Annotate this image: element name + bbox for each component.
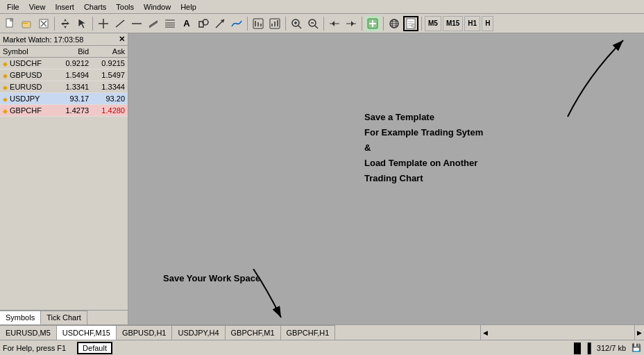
left-tab-symbols[interactable]: Symbols bbox=[0, 311, 41, 324]
channel-btn[interactable] bbox=[146, 16, 161, 31]
svg-marker-2 bbox=[10, 19, 12, 21]
fib-btn[interactable] bbox=[162, 16, 178, 31]
market-watch-empty bbox=[0, 117, 128, 310]
zoom-out-btn[interactable] bbox=[305, 16, 321, 31]
svg-marker-8 bbox=[61, 19, 69, 28]
table-row: ◆ USDCHF0.92120.9215 bbox=[0, 58, 128, 69]
size-text: 312/7 kb bbox=[597, 344, 626, 352]
sep3 bbox=[247, 17, 248, 31]
svg-line-12 bbox=[116, 20, 124, 27]
diamond-icon: ◆ bbox=[3, 72, 8, 79]
market-watch-close[interactable]: ✕ bbox=[119, 35, 125, 44]
help-text: For Help, press F1 bbox=[3, 344, 66, 352]
text-btn[interactable]: A bbox=[179, 16, 194, 31]
chart-tab-usdchf-m15[interactable]: USDCHF,M15 bbox=[57, 325, 117, 340]
symbol-cell: ◆ USDCHF bbox=[0, 58, 56, 69]
tab-scroll-right[interactable]: ▶ bbox=[634, 325, 644, 340]
dash-btn[interactable] bbox=[129, 16, 144, 31]
svg-marker-40 bbox=[332, 21, 334, 26]
cursor-btn[interactable] bbox=[74, 16, 90, 31]
toolbar: A M5 M15 H1 H bbox=[0, 14, 644, 33]
globe-btn[interactable] bbox=[387, 16, 402, 31]
annotation-line3: & bbox=[364, 140, 483, 156]
arrow-btn[interactable] bbox=[212, 16, 228, 31]
menu-charts[interactable]: Charts bbox=[80, 1, 110, 13]
symbol-cell: ◆ USDJPY bbox=[0, 93, 56, 105]
chart-tab-gbpchf-h1[interactable]: GBPCHF,H1 bbox=[281, 325, 336, 340]
col-ask: Ask bbox=[92, 46, 128, 58]
period-btn[interactable] bbox=[251, 16, 266, 31]
bid-cell: 1.4273 bbox=[56, 105, 92, 117]
symbol-cell: ◆ EURUSD bbox=[0, 81, 56, 93]
statusbar: For Help, press F1 Default ▐▌▐ 312/7 kb … bbox=[0, 340, 644, 355]
add-indicator-btn[interactable] bbox=[365, 16, 380, 31]
bid-cell: 93.17 bbox=[56, 93, 92, 105]
sep4 bbox=[285, 17, 286, 31]
sep6 bbox=[362, 17, 362, 31]
market-watch-body: ◆ USDCHF0.92120.9215◆ GBPUSD1.54941.5497… bbox=[0, 58, 128, 117]
symbol-cell: ◆ GBPCHF bbox=[0, 105, 56, 117]
chart-tab-gbpusd-h1[interactable]: GBPUSD,H1 bbox=[117, 325, 173, 340]
ask-cell: 1.5497 bbox=[92, 69, 128, 81]
tab-scroll-left[interactable]: ◀ bbox=[480, 325, 490, 340]
table-row: ◆ EURUSD1.33411.3344 bbox=[0, 81, 128, 93]
svg-line-33 bbox=[298, 26, 301, 28]
market-watch-title: Market Watch: 17:03:58 bbox=[3, 35, 83, 44]
chart-tab-gbpchf-m1[interactable]: GBPCHF,M1 bbox=[226, 325, 281, 340]
menu-insert[interactable]: Insert bbox=[51, 1, 78, 13]
move-btn[interactable] bbox=[58, 16, 73, 31]
bid-cell: 1.3341 bbox=[56, 81, 92, 93]
menu-help[interactable]: Help bbox=[176, 1, 201, 13]
autoscroll-btn[interactable] bbox=[344, 16, 359, 31]
chart-tab-eurusd-m5[interactable]: EURUSD,M5 bbox=[0, 325, 57, 340]
shapes-btn[interactable] bbox=[196, 16, 211, 31]
svg-line-14 bbox=[149, 21, 158, 26]
svg-rect-3 bbox=[22, 22, 31, 28]
table-row: ◆ USDJPY93.1793.20 bbox=[0, 93, 128, 105]
chart-tab-usdjpy-h4[interactable]: USDJPY,H4 bbox=[172, 325, 225, 340]
chart-area[interactable]: Save a Template For Example Trading Syte… bbox=[128, 33, 644, 324]
market-watch-header: Market Watch: 17:03:58 ✕ bbox=[0, 33, 128, 46]
arrow-workspace bbox=[198, 269, 337, 324]
m5-btn[interactable]: M5 bbox=[425, 16, 441, 31]
annotation-line4: Load Template on Another bbox=[364, 156, 483, 171]
scroll-left-btn[interactable] bbox=[327, 16, 342, 31]
close-btn[interactable] bbox=[36, 16, 51, 31]
col-symbol: Symbol bbox=[0, 46, 56, 58]
table-row: ◆ GBPUSD1.54941.5497 bbox=[0, 69, 128, 81]
left-tab-tick-chart[interactable]: Tick Chart bbox=[41, 311, 87, 324]
open-btn[interactable] bbox=[19, 16, 35, 31]
symbol-cell: ◆ GBPUSD bbox=[0, 69, 56, 81]
bid-cell: 1.5494 bbox=[56, 69, 92, 81]
h1-btn[interactable]: H1 bbox=[464, 16, 480, 31]
zoom-in-btn[interactable] bbox=[289, 16, 304, 31]
annotation-line2: For Example Trading Sytem bbox=[364, 125, 483, 140]
menu-window[interactable]: Window bbox=[139, 1, 175, 13]
line-draw-btn[interactable] bbox=[112, 16, 128, 31]
market-watch-table: Symbol Bid Ask ◆ USDCHF0.92120.9215◆ GBP… bbox=[0, 46, 128, 117]
sep8 bbox=[421, 17, 422, 31]
chart-tabs: EURUSD,M5 USDCHF,M15 GBPUSD,H1 USDJPY,H4… bbox=[0, 324, 644, 340]
menu-view[interactable]: View bbox=[25, 1, 50, 13]
memory-icon: 💾 bbox=[632, 343, 641, 352]
table-row: ◆ GBPCHF1.42731.4280 bbox=[0, 105, 128, 117]
m15-btn[interactable]: M15 bbox=[443, 16, 463, 31]
sep5 bbox=[323, 17, 324, 31]
template-btn[interactable] bbox=[403, 16, 418, 31]
svg-rect-4 bbox=[22, 23, 28, 24]
ask-cell: 1.3344 bbox=[92, 81, 128, 93]
diamond-icon: ◆ bbox=[3, 108, 8, 115]
new-chart-btn[interactable] bbox=[3, 16, 18, 31]
menu-tools[interactable]: Tools bbox=[112, 1, 138, 13]
left-tabs: Symbols Tick Chart bbox=[0, 310, 128, 324]
sep7 bbox=[383, 17, 384, 31]
crosshair-btn[interactable] bbox=[96, 16, 111, 31]
svg-marker-9 bbox=[78, 19, 86, 28]
menu-file[interactable]: File bbox=[3, 1, 24, 13]
menu-bar: File View Insert Charts Tools Window Hel… bbox=[0, 0, 644, 14]
diamond-icon: ◆ bbox=[3, 96, 8, 103]
sep1 bbox=[54, 17, 55, 31]
h-btn[interactable]: H bbox=[482, 16, 493, 31]
indicator-btn[interactable] bbox=[229, 16, 244, 31]
zoom-btn[interactable] bbox=[267, 16, 282, 31]
